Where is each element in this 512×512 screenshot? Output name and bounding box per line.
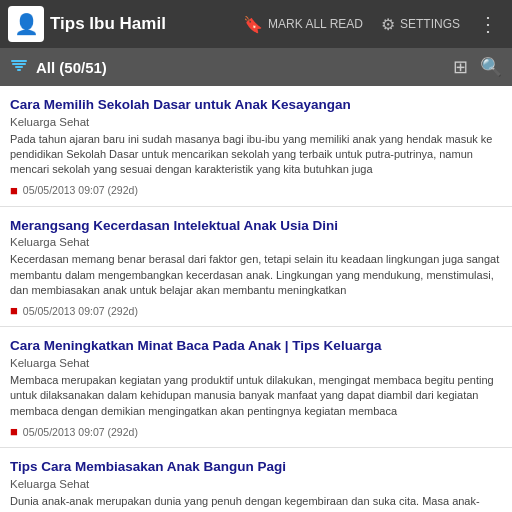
article-category: Keluarga Sehat <box>10 478 502 490</box>
grid-view-button[interactable]: ⊞ <box>453 56 468 78</box>
svg-rect-2 <box>15 66 23 68</box>
article-excerpt: Dunia anak-anak merupakan dunia yang pen… <box>10 494 502 512</box>
settings-button[interactable]: ⚙ SETTINGS <box>375 11 466 38</box>
article-timestamp: 05/05/2013 09:07 (292d) <box>23 184 138 196</box>
unread-icon: ■ <box>10 183 18 198</box>
article-category: Keluarga Sehat <box>10 357 502 369</box>
article-title: Cara Memilih Sekolah Dasar untuk Anak Ke… <box>10 96 502 114</box>
svg-rect-0 <box>11 60 27 62</box>
overflow-menu-button[interactable]: ⋮ <box>472 8 504 40</box>
article-category: Keluarga Sehat <box>10 116 502 128</box>
top-bar: 👤 Tips Ibu Hamil 🔖 MARK ALL READ ⚙ SETTI… <box>0 0 512 48</box>
article-meta: ■ 05/05/2013 09:07 (292d) <box>10 303 502 318</box>
article-category: Keluarga Sehat <box>10 236 502 248</box>
settings-icon: ⚙ <box>381 15 395 34</box>
search-button[interactable]: 🔍 <box>480 56 502 78</box>
article-timestamp: 05/05/2013 09:07 (292d) <box>23 305 138 317</box>
article-excerpt: Pada tahun ajaran baru ini sudah masanya… <box>10 132 502 178</box>
article-title: Tips Cara Membiasakan Anak Bangun Pagi <box>10 458 502 476</box>
article-item[interactable]: Merangsang Kecerdasan Intelektual Anak U… <box>0 207 512 328</box>
app-title: Tips Ibu Hamil <box>50 14 231 34</box>
article-timestamp: 05/05/2013 09:07 (292d) <box>23 426 138 438</box>
article-title: Merangsang Kecerdasan Intelektual Anak U… <box>10 217 502 235</box>
app-icon: 👤 <box>8 6 44 42</box>
mark-all-read-button[interactable]: 🔖 MARK ALL READ <box>237 11 369 38</box>
unread-icon: ■ <box>10 424 18 439</box>
article-item[interactable]: Tips Cara Membiasakan Anak Bangun Pagi K… <box>0 448 512 512</box>
article-item[interactable]: Cara Meningkatkan Minat Baca Pada Anak |… <box>0 327 512 448</box>
article-title: Cara Meningkatkan Minat Baca Pada Anak |… <box>10 337 502 355</box>
filter-bar: All (50/51) ⊞ 🔍 <box>0 48 512 86</box>
article-meta: ■ 05/05/2013 09:07 (292d) <box>10 183 502 198</box>
article-list: Cara Memilih Sekolah Dasar untuk Anak Ke… <box>0 86 512 512</box>
article-meta: ■ 05/05/2013 09:07 (292d) <box>10 424 502 439</box>
filter-label: All (50/51) <box>36 59 453 76</box>
svg-rect-1 <box>12 63 26 65</box>
svg-rect-3 <box>17 69 21 71</box>
article-item[interactable]: Cara Memilih Sekolah Dasar untuk Anak Ke… <box>0 86 512 207</box>
unread-icon: ■ <box>10 303 18 318</box>
mark-read-icon: 🔖 <box>243 15 263 34</box>
filter-icon <box>10 58 28 76</box>
article-excerpt: Kecerdasan memang benar berasal dari fak… <box>10 252 502 298</box>
article-excerpt: Membaca merupakan kegiatan yang produkti… <box>10 373 502 419</box>
